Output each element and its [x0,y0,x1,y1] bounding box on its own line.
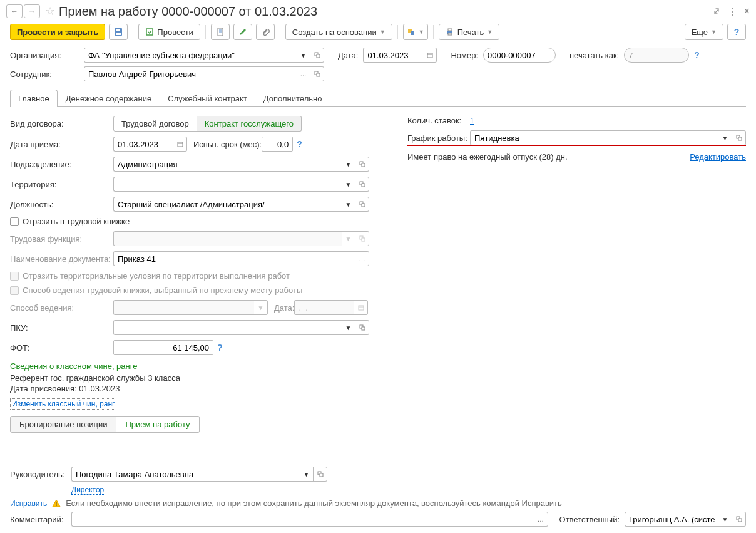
docname-label: Наименование документа: [10,254,113,264]
hire-date-label: Дата приема: [10,140,113,149]
tab-additional[interactable]: Дополнительно [255,90,330,107]
probation-input[interactable] [262,137,293,152]
docname-input[interactable] [113,251,355,266]
print-button[interactable]: Печать▼ [439,24,500,40]
open-button[interactable] [314,467,327,482]
open-button[interactable] [355,177,369,192]
method-input [113,300,254,315]
report-button[interactable] [211,24,230,40]
rates-link[interactable]: 1 [470,116,474,125]
svg-rect-26 [362,204,365,207]
help-icon[interactable]: ? [297,139,302,149]
svg-rect-12 [448,33,452,35]
num-label: Номер: [451,51,478,60]
reflect-workbook-label: Отразить в трудовой книжке [23,217,130,226]
close-icon[interactable]: × [744,6,750,17]
fix-text: Если необходимо внести исправление, но п… [66,499,561,508]
dropdown-button[interactable]: ▼ [342,197,355,212]
dropdown-button[interactable]: ▼ [342,177,355,192]
ellipsis-button[interactable]: … [534,512,548,527]
tabs: Главное Денежное содержание Служебный ко… [10,89,746,107]
manager-input[interactable] [71,467,300,482]
fix-link[interactable]: Исправить [10,499,47,508]
toggle-gov-contract[interactable]: Контракт госслужащего [197,116,302,132]
svg-rect-1 [116,33,121,35]
calendar-button [354,300,368,315]
forward-button[interactable]: → [24,4,40,18]
date-label: Дата: [338,51,358,60]
window-title: Прием на работу 0000-000007 от 01.03.202… [59,4,317,19]
workbook-method-checkbox [10,286,19,295]
pku-input[interactable] [113,320,342,335]
link-icon[interactable] [712,6,722,16]
position-input[interactable] [113,197,342,212]
dept-input[interactable] [113,157,342,172]
date-input[interactable] [363,48,423,63]
open-button[interactable] [355,320,369,335]
dropdown-button: ▼ [342,231,355,246]
swap-button[interactable]: ▼ [403,24,428,40]
svg-rect-9 [411,31,414,35]
titlebar: ← → ☆ Прием на работу 0000-000007 от 01.… [1,1,755,21]
help-icon[interactable]: ? [694,50,700,60]
tab-salary[interactable]: Денежное содержание [58,90,160,107]
dropdown-button[interactable]: ▼ [297,48,310,63]
reflect-workbook-checkbox[interactable] [10,217,19,226]
schedule-label: График работы: [407,133,470,143]
tab-main[interactable]: Главное [10,90,58,107]
help-icon[interactable]: ? [217,343,223,353]
svg-rect-39 [738,519,742,522]
help-button[interactable]: ? [727,24,746,40]
toggle-labor-contract[interactable]: Трудовой договор [113,116,197,132]
hire-date-input[interactable] [113,137,173,152]
open-button[interactable] [732,130,746,145]
dropdown-button[interactable]: ▼ [300,467,314,482]
ellipsis-button[interactable]: … [355,251,369,266]
favorite-star-icon[interactable]: ☆ [45,4,55,18]
calendar-button[interactable] [173,137,187,152]
open-button[interactable] [310,66,324,81]
pku-label: ПКУ: [10,323,113,333]
emp-input[interactable] [84,66,297,81]
change-rank-link[interactable]: Изменить клaссный чин, ранг [10,398,116,410]
rank-section-label: Сведения о классном чине, ранге [10,361,382,371]
responsible-label: Ответственный: [559,515,620,524]
hire-button[interactable]: Прием на работу [116,416,199,433]
open-button[interactable] [732,512,746,527]
dropdown-button[interactable]: ▼ [718,130,732,145]
director-link[interactable]: Директор [71,485,104,495]
ellipsis-button[interactable]: … [297,66,310,81]
calendar-button[interactable] [423,48,437,63]
open-button[interactable] [355,197,369,212]
dropdown-button[interactable]: ▼ [718,512,732,527]
org-label: Организация: [10,51,79,60]
num-input[interactable] [483,48,556,63]
svg-rect-29 [359,306,364,310]
booking-button[interactable]: Бронирование позиции [10,416,116,433]
workbook-method-label: Способ ведения трудовой книжки, выбранны… [23,286,302,295]
svg-rect-11 [448,29,452,31]
svg-rect-3 [146,29,153,35]
save-button[interactable] [109,24,128,40]
edit-vacation-link[interactable]: Редактировать [690,152,746,162]
tab-contract[interactable]: Служебный контракт [160,90,255,107]
open-button[interactable] [355,157,369,172]
edit-button[interactable] [233,24,252,40]
menu-dots-icon[interactable]: ⋮ [728,6,738,18]
submit-close-button[interactable]: Провести и закрыть [10,24,105,40]
schedule-input[interactable] [470,130,718,145]
submit-button[interactable]: Провести [138,24,200,40]
svg-rect-28 [362,238,365,241]
responsible-input[interactable] [625,512,718,527]
dropdown-button[interactable]: ▼ [342,157,355,172]
territory-input[interactable] [113,177,342,192]
open-button[interactable] [310,48,324,63]
comment-input[interactable] [71,512,534,527]
fot-input[interactable] [113,340,213,355]
dropdown-button[interactable]: ▼ [342,320,355,335]
org-input[interactable] [84,48,297,63]
back-button[interactable]: ← [6,4,23,18]
more-button[interactable]: Еще▼ [685,24,723,40]
create-based-button[interactable]: Создать на основании▼ [285,24,392,40]
attach-button[interactable] [256,24,275,40]
